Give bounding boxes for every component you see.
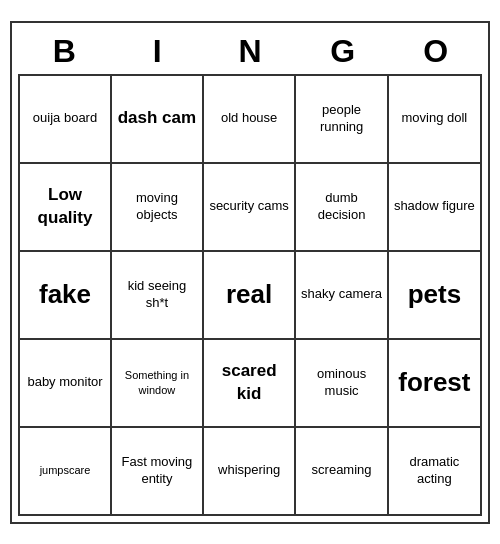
bingo-cell: scared kid xyxy=(203,339,296,427)
bingo-cell: Low quality xyxy=(19,163,111,251)
bingo-cell: baby monitor xyxy=(19,339,111,427)
bingo-cell: Something in window xyxy=(111,339,203,427)
bingo-cell: whispering xyxy=(203,427,296,515)
bingo-cell: dash cam xyxy=(111,75,203,163)
table-row: Low qualitymoving objectssecurity camsdu… xyxy=(19,163,481,251)
bingo-cell: old house xyxy=(203,75,296,163)
bingo-cell: dramatic acting xyxy=(388,427,481,515)
bingo-cell: security cams xyxy=(203,163,296,251)
bingo-header: B I N G O xyxy=(18,29,482,74)
bingo-cell: ouija board xyxy=(19,75,111,163)
bingo-cell: moving doll xyxy=(388,75,481,163)
bingo-cell: real xyxy=(203,251,296,339)
bingo-cell: shadow figure xyxy=(388,163,481,251)
header-n: N xyxy=(206,33,294,70)
bingo-cell: forest xyxy=(388,339,481,427)
bingo-cell: ominous music xyxy=(295,339,387,427)
bingo-cell: moving objects xyxy=(111,163,203,251)
table-row: ouija boarddash camold housepeople runni… xyxy=(19,75,481,163)
bingo-cell: fake xyxy=(19,251,111,339)
bingo-cell: jumpscare xyxy=(19,427,111,515)
header-b: B xyxy=(20,33,108,70)
bingo-cell: kid seeing sh*t xyxy=(111,251,203,339)
header-i: I xyxy=(113,33,201,70)
header-o: O xyxy=(392,33,480,70)
header-g: G xyxy=(299,33,387,70)
bingo-cell: shaky camera xyxy=(295,251,387,339)
table-row: fakekid seeing sh*trealshaky camerapets xyxy=(19,251,481,339)
table-row: jumpscareFast moving entitywhisperingscr… xyxy=(19,427,481,515)
bingo-grid: ouija boarddash camold housepeople runni… xyxy=(18,74,482,516)
bingo-cell: screaming xyxy=(295,427,387,515)
bingo-cell: people running xyxy=(295,75,387,163)
bingo-cell: pets xyxy=(388,251,481,339)
bingo-cell: Fast moving entity xyxy=(111,427,203,515)
bingo-card: B I N G O ouija boarddash camold housepe… xyxy=(10,21,490,524)
bingo-cell: dumb decision xyxy=(295,163,387,251)
table-row: baby monitorSomething in windowscared ki… xyxy=(19,339,481,427)
